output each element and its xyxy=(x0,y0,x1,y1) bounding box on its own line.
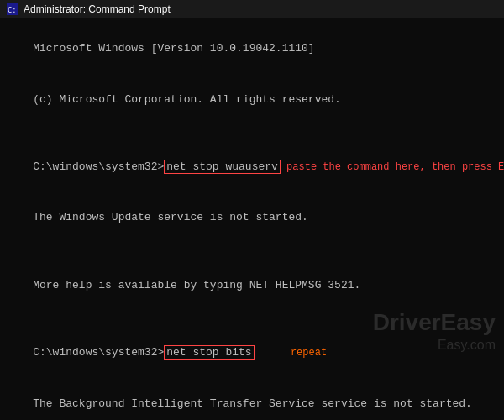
line-cmd-1: C:\windows\system32>net stop wuauserv pa… xyxy=(7,142,497,192)
line-3: The Windows Update service is not starte… xyxy=(7,192,497,243)
line-3-text: The Windows Update service is not starte… xyxy=(33,211,308,223)
console-area[interactable]: Microsoft Windows [Version 10.0.19042.11… xyxy=(0,18,504,420)
svg-text:C:: C: xyxy=(8,5,17,13)
line-2: (c) Microsoft Corporation. All rights re… xyxy=(7,74,497,124)
line-5: The Background Intelligent Transfer Serv… xyxy=(7,379,497,420)
line-2-text: (c) Microsoft Corporation. All rights re… xyxy=(33,93,341,106)
line-1: Microsoft Windows [Version 10.0.19042.11… xyxy=(7,24,497,74)
line-4: More help is available by typing NET HEL… xyxy=(7,260,497,311)
empty-3 xyxy=(7,311,497,328)
annotation-1: paste the command here, then press Enter… xyxy=(281,161,504,173)
empty-1 xyxy=(7,125,497,142)
annotation-2: repeat xyxy=(255,347,327,359)
title-bar-text: Administrator: Command Prompt xyxy=(24,3,171,15)
empty-2 xyxy=(7,244,497,260)
line-5-text: The Background Intelligent Transfer Serv… xyxy=(33,397,472,410)
line-4-text: More help is available by typing NET HEL… xyxy=(33,279,360,291)
cmd-icon: C: xyxy=(7,3,18,15)
prompt-2: C:\windows\system32> xyxy=(33,346,164,359)
line-cmd-2: C:\windows\system32>net stop bits repeat xyxy=(7,328,497,378)
cmd-box-2: net stop bits xyxy=(164,345,254,360)
prompt-1: C:\windows\system32> xyxy=(33,160,164,173)
title-bar: C: Administrator: Command Prompt xyxy=(0,0,504,18)
line-1-text: Microsoft Windows [Version 10.0.19042.11… xyxy=(33,42,314,55)
cmd-box-1: net stop wuauserv xyxy=(164,160,281,174)
